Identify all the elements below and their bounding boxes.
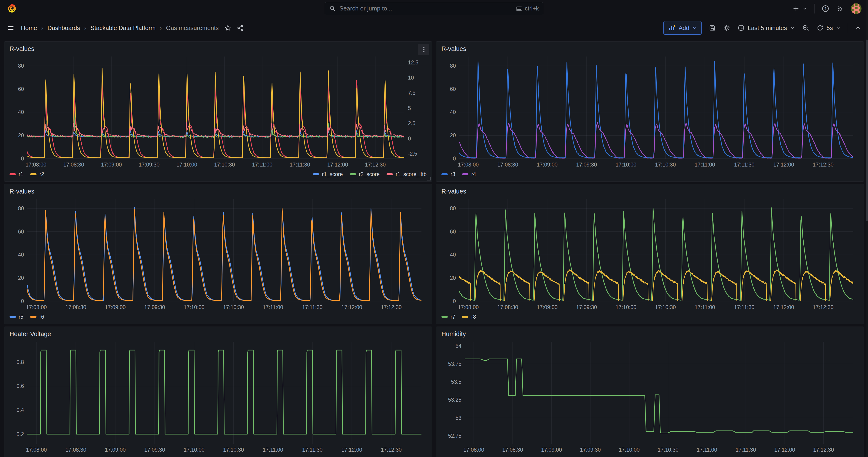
- panel-title[interactable]: Humidity: [441, 331, 466, 338]
- time-series-plot[interactable]: 17:08:0017:08:3017:09:0017:09:3017:10:00…: [440, 54, 859, 169]
- axis-label: 17:12:30: [813, 162, 834, 168]
- legend-item-r8[interactable]: r8: [462, 314, 476, 320]
- save-icon[interactable]: [709, 24, 716, 32]
- add-button[interactable]: Add: [663, 21, 702, 35]
- legend-item-r1[interactable]: r1: [9, 171, 23, 178]
- axis-label: 17:12:00: [773, 304, 794, 310]
- zoom-out-icon[interactable]: [802, 24, 809, 32]
- search-input[interactable]: [339, 5, 512, 12]
- legend-item-r3[interactable]: r3: [441, 171, 455, 178]
- axis-label: 17:09:30: [576, 304, 597, 310]
- series-r2[interactable]: [27, 68, 404, 158]
- axis-label: 17:10:00: [184, 447, 205, 453]
- series-r1_score_lttb[interactable]: [27, 122, 404, 137]
- axis-label: 17:09:30: [144, 304, 165, 310]
- series-r8[interactable]: [459, 270, 854, 301]
- bar-chart-plus-icon: [668, 24, 676, 32]
- breadcrumb-folder[interactable]: Stackable Data Platform: [90, 24, 156, 32]
- legend-item-r4[interactable]: r4: [462, 171, 476, 178]
- panel-menu-button[interactable]: [418, 44, 429, 55]
- time-range-picker[interactable]: Last 5 minutes: [737, 24, 795, 32]
- panel-title[interactable]: R-values: [9, 188, 34, 195]
- panel-title[interactable]: Heater Voltage: [9, 331, 51, 338]
- legend-swatch: [386, 173, 393, 175]
- refresh-icon: [816, 24, 824, 32]
- panel-resize-handle[interactable]: [427, 177, 431, 180]
- legend-item-humidity[interactable]: humidity: [441, 456, 470, 457]
- time-series-plot[interactable]: 17:08:0017:08:3017:09:0017:09:3017:10:00…: [440, 197, 859, 311]
- legend-item-r2_score[interactable]: r2_score: [350, 171, 380, 178]
- axis-label: 40: [18, 252, 24, 258]
- series-r7[interactable]: [459, 208, 854, 300]
- axis-label: 17:11:30: [734, 304, 754, 310]
- panel-title[interactable]: R-values: [441, 188, 466, 195]
- axis-label: 17:11:00: [694, 304, 715, 310]
- collapse-chevron-up-icon[interactable]: [855, 25, 861, 31]
- axis-label: 17:12:30: [813, 304, 834, 310]
- menu-icon[interactable]: [7, 24, 14, 32]
- time-range-label: Last 5 minutes: [748, 24, 787, 32]
- axis-label: 0: [408, 135, 411, 142]
- axis-label: 0: [21, 298, 24, 304]
- legend-swatch: [30, 316, 36, 318]
- legend-item-heatervoltage[interactable]: heatervoltage: [9, 456, 51, 457]
- axis-label: 17:11:00: [263, 304, 283, 310]
- refresh-picker[interactable]: 5s: [816, 24, 841, 32]
- legend-item-r5[interactable]: r5: [9, 314, 23, 320]
- axis-label: 17:11:00: [263, 447, 283, 453]
- legend-swatch: [441, 316, 448, 318]
- axis-label: -2.5: [408, 151, 417, 157]
- axis-label: 0: [21, 156, 24, 162]
- series-humidity[interactable]: [465, 359, 854, 433]
- axis-label: 17:11:00: [694, 162, 715, 168]
- axis-label: 17:10:30: [223, 304, 244, 310]
- legend-item-r1_score[interactable]: r1_score: [313, 171, 343, 178]
- legend-label: r1: [19, 171, 23, 178]
- axis-label: 17:10:30: [655, 162, 676, 168]
- grafana-logo[interactable]: [6, 3, 17, 14]
- time-series-plot[interactable]: 17:08:0017:08:3017:09:0017:09:3017:10:00…: [9, 339, 428, 454]
- series-r6[interactable]: [27, 208, 422, 301]
- scrollbar[interactable]: [866, 0, 868, 457]
- series-heatervoltage[interactable]: [27, 350, 422, 434]
- time-series-plot[interactable]: 17:08:0017:08:3017:09:0017:09:3017:10:00…: [440, 339, 859, 454]
- panel-title[interactable]: R-values: [9, 45, 34, 53]
- legend-item-r6[interactable]: r6: [30, 314, 44, 320]
- legend-item-r1_score_lttb[interactable]: r1_score_lttb: [386, 171, 427, 178]
- time-series-plot[interactable]: 17:08:0017:08:3017:09:0017:09:3017:10:00…: [9, 54, 428, 169]
- chevron-down-icon: [692, 26, 697, 30]
- series-r3[interactable]: [459, 61, 854, 158]
- axis-label: 53: [455, 415, 461, 421]
- axis-label: 17:10:00: [184, 304, 205, 310]
- axis-label: 54: [455, 343, 461, 349]
- new-button[interactable]: [793, 5, 807, 12]
- axis-label: 0: [453, 298, 456, 304]
- breadcrumb-home[interactable]: Home: [21, 24, 37, 32]
- top-bar: ctrl+k ?: [0, 0, 868, 17]
- axis-label: 17:08:00: [458, 304, 479, 310]
- axis-label: 17:09:00: [105, 304, 126, 310]
- axis-label: 17:08:30: [502, 447, 523, 453]
- scrollbar-thumb[interactable]: [866, 39, 868, 221]
- axis-label: 7.5: [408, 90, 415, 96]
- panel: R-values17:08:0017:08:3017:09:0017:09:30…: [436, 184, 864, 324]
- legend-swatch: [462, 173, 468, 175]
- news-rss-icon[interactable]: [836, 5, 844, 12]
- help-icon[interactable]: ?: [822, 5, 829, 12]
- legend-item-r7[interactable]: r7: [441, 314, 455, 320]
- keyboard-icon: [516, 5, 523, 12]
- series-r5[interactable]: [27, 208, 422, 301]
- legend: heatervoltage: [9, 454, 428, 457]
- breadcrumb-dashboards[interactable]: Dashboards: [48, 24, 80, 32]
- avatar[interactable]: [851, 3, 862, 14]
- settings-gear-icon[interactable]: [723, 24, 731, 32]
- panel-title[interactable]: R-values: [441, 45, 466, 53]
- legend-item-r2[interactable]: r2: [30, 171, 44, 178]
- star-icon[interactable]: [224, 24, 231, 31]
- axis-label: 17:10:00: [177, 162, 197, 168]
- panel: R-values17:08:0017:08:3017:09:0017:09:30…: [4, 184, 432, 324]
- search-box[interactable]: ctrl+k: [325, 2, 543, 15]
- time-series-plot[interactable]: 17:08:0017:08:3017:09:0017:09:3017:10:00…: [9, 197, 428, 311]
- axis-label: 17:11:00: [697, 447, 717, 453]
- share-icon[interactable]: [237, 24, 244, 31]
